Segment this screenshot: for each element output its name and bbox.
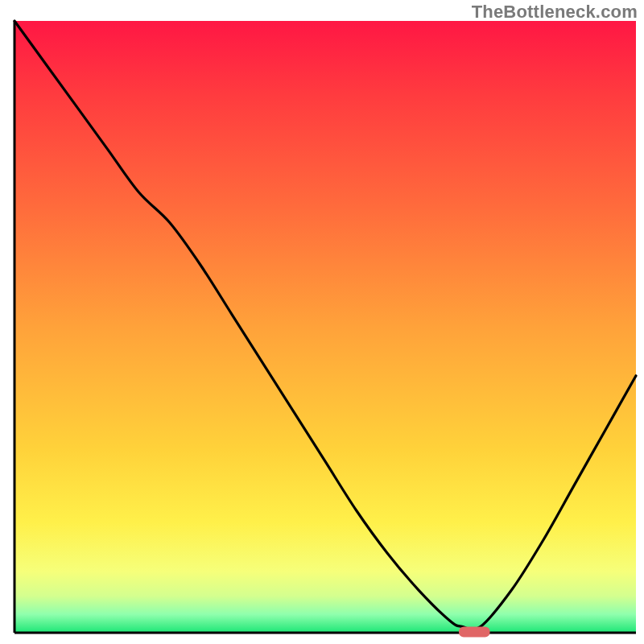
bottleneck-chart: TheBottleneck.com <box>0 0 644 644</box>
optimal-marker <box>459 627 490 638</box>
chart-canvas <box>0 0 644 644</box>
watermark-text: TheBottleneck.com <box>472 2 638 23</box>
